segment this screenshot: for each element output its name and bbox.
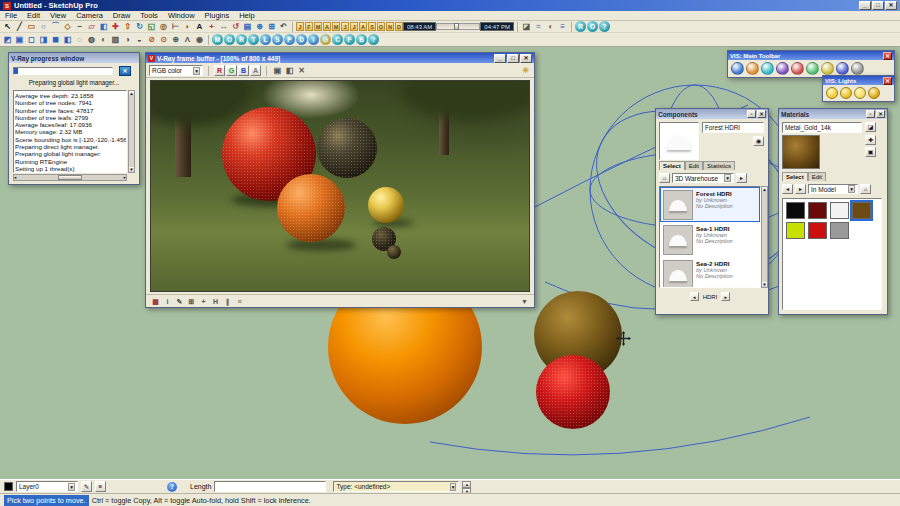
- vray-options-icon[interactable]: O: [224, 34, 235, 45]
- month-button[interactable]: A: [359, 22, 367, 31]
- month-button[interactable]: J: [341, 22, 349, 31]
- vfs-options-icon[interactable]: O: [587, 21, 598, 32]
- vray-sphere-icon[interactable]: C: [332, 34, 343, 45]
- month-button[interactable]: S: [368, 22, 376, 31]
- settings-icon[interactable]: ⊞: [186, 296, 197, 307]
- vis-environment-icon[interactable]: [806, 62, 819, 75]
- month-button[interactable]: F: [305, 22, 313, 31]
- right-view-icon[interactable]: ◨: [38, 34, 49, 45]
- layer-pencil-icon[interactable]: ✎: [81, 481, 92, 492]
- rotate-tool-icon[interactable]: ↻: [134, 21, 145, 32]
- month-button[interactable]: N: [386, 22, 394, 31]
- vis-light-icon[interactable]: [791, 62, 804, 75]
- materials-close-button[interactable]: [876, 110, 885, 118]
- monochrome-style-icon[interactable]: ◑: [122, 34, 133, 45]
- textured-style-icon[interactable]: ▨: [110, 34, 121, 45]
- pan-tool-icon[interactable]: ▤: [242, 21, 253, 32]
- vis-sky-icon[interactable]: [761, 62, 774, 75]
- month-button[interactable]: J: [350, 22, 358, 31]
- swatch-red[interactable]: [808, 222, 827, 239]
- text-tool-icon[interactable]: A: [194, 21, 205, 32]
- select-tool-icon[interactable]: ↖: [2, 21, 13, 32]
- vray-light-dome-icon[interactable]: D: [296, 34, 307, 45]
- month-button[interactable]: M: [332, 22, 340, 31]
- materials-titlebar[interactable]: Materials: [779, 109, 887, 119]
- left-view-icon[interactable]: ◧: [62, 34, 73, 45]
- type-dropdown[interactable]: Type: <undefined>: [333, 481, 459, 492]
- swatch-chartreuse[interactable]: [786, 222, 805, 239]
- offset-tool-icon[interactable]: ◎: [158, 21, 169, 32]
- vray-light-spot-icon[interactable]: P: [284, 34, 295, 45]
- vray-help-icon[interactable]: ?: [368, 34, 379, 45]
- components-source-dropdown[interactable]: 3D Warehouse: [672, 173, 734, 183]
- menu-item[interactable]: Edit: [22, 11, 45, 20]
- render-last-icon[interactable]: ☀: [520, 65, 531, 76]
- color-corrections-icon[interactable]: ▦: [150, 296, 161, 307]
- histogram-icon[interactable]: H: [210, 296, 221, 307]
- circle-tool-icon[interactable]: ○: [38, 21, 49, 32]
- components-titlebar[interactable]: Components: [656, 109, 768, 119]
- month-button[interactable]: M: [314, 22, 322, 31]
- zoom-extents-icon[interactable]: ⊞: [266, 21, 277, 32]
- scroll-corner-icon[interactable]: ▼: [519, 296, 530, 307]
- frame-buffer-minimize-button[interactable]: [494, 54, 506, 63]
- dimension-tool-icon[interactable]: ↔: [218, 21, 229, 32]
- position-camera-icon[interactable]: ⊕: [170, 34, 181, 45]
- tab-edit[interactable]: Edit: [685, 161, 703, 170]
- components-close-button[interactable]: [757, 110, 766, 118]
- rendered-image[interactable]: [150, 80, 530, 292]
- layers-icon[interactable]: ≡: [557, 21, 568, 32]
- swatch-white[interactable]: [830, 202, 849, 219]
- frame-buffer-maximize-button[interactable]: [507, 54, 519, 63]
- materials-source-dropdown[interactable]: In Model: [808, 184, 858, 194]
- component-name-field[interactable]: Forest HDRI: [702, 122, 764, 133]
- scale-tool-icon[interactable]: ◱: [146, 21, 157, 32]
- components-scrollbar[interactable]: [761, 186, 768, 288]
- compare-icon[interactable]: ∥: [222, 296, 233, 307]
- top-view-icon[interactable]: ▣: [14, 34, 25, 45]
- vis-material-icon[interactable]: [776, 62, 789, 75]
- look-around-icon[interactable]: ◉: [194, 34, 205, 45]
- clear-image-icon[interactable]: ✕: [296, 65, 307, 76]
- red-channel-button[interactable]: R: [214, 65, 225, 76]
- help-question-icon[interactable]: ?: [167, 482, 177, 492]
- frame-buffer-titlebar[interactable]: V V-Ray frame buffer - [100% of 800 x 44…: [146, 53, 534, 63]
- components-rollup-button[interactable]: [747, 110, 756, 118]
- vis-help-icon[interactable]: [851, 62, 864, 75]
- menu-item[interactable]: Draw: [108, 11, 136, 20]
- vfs-render-icon[interactable]: R: [575, 21, 586, 32]
- swatch-maroon[interactable]: [808, 202, 827, 219]
- details-arrow-icon[interactable]: ▸: [736, 173, 747, 183]
- omni-light-icon[interactable]: [826, 87, 838, 99]
- close-button[interactable]: [885, 1, 897, 10]
- vray-light-ies-icon[interactable]: I: [308, 34, 319, 45]
- fog-toggle-icon[interactable]: ≈: [533, 21, 544, 32]
- menu-item[interactable]: Camera: [71, 11, 108, 20]
- info-icon[interactable]: i: [162, 296, 173, 307]
- paint-bucket-icon[interactable]: ◧: [98, 21, 109, 32]
- month-button[interactable]: D: [395, 22, 403, 31]
- section-cuts-icon[interactable]: ⊙: [158, 34, 169, 45]
- menu-item[interactable]: Tools: [135, 11, 163, 20]
- vis-sun-icon[interactable]: [746, 62, 759, 75]
- wireframe-style-icon[interactable]: ◌: [74, 34, 85, 45]
- ies-light-icon[interactable]: [868, 87, 880, 99]
- shaded-style-icon[interactable]: ◐: [98, 34, 109, 45]
- type-spinner[interactable]: ▲▼: [462, 481, 471, 492]
- vis-camera-icon[interactable]: [836, 62, 849, 75]
- vis-main-titlebar[interactable]: VIS: Main Toolbar: [728, 51, 894, 60]
- tab-edit[interactable]: Edit: [808, 172, 826, 181]
- component-sea2-hdri[interactable]: Sea-2 HDRI by Unknown No Description: [660, 257, 760, 288]
- month-button[interactable]: O: [377, 22, 385, 31]
- track-mouse-icon[interactable]: +: [198, 296, 209, 307]
- vray-material-editor-icon[interactable]: M: [212, 34, 223, 45]
- vray-proxy-icon[interactable]: B: [356, 34, 367, 45]
- progress-window-titlebar[interactable]: V-Ray progress window: [9, 53, 139, 63]
- vray-light-rect-icon[interactable]: L: [260, 34, 271, 45]
- in-model-icon[interactable]: ⌂: [659, 173, 670, 183]
- vis-main-close-button[interactable]: [883, 52, 892, 60]
- vfs-help-icon[interactable]: ?: [599, 21, 610, 32]
- stamp-icon[interactable]: ≡: [234, 296, 245, 307]
- axes-tool-icon[interactable]: +: [206, 21, 217, 32]
- vray-rt-icon[interactable]: T: [248, 34, 259, 45]
